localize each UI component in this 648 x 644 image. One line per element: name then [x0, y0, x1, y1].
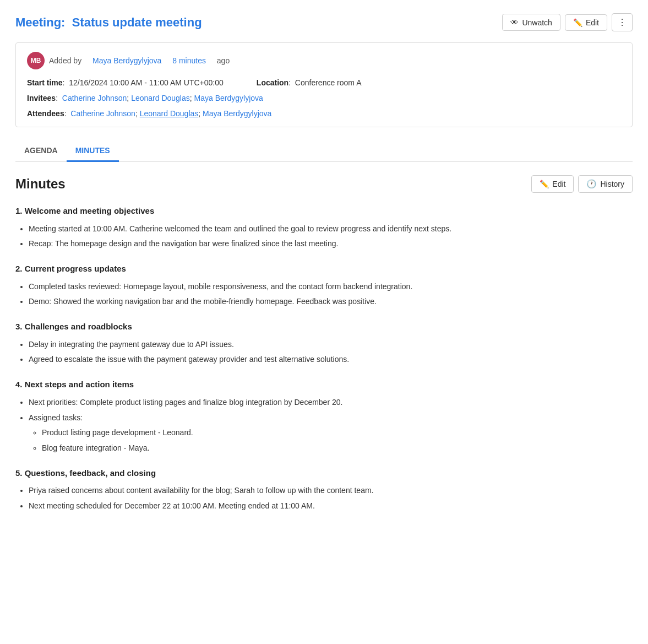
added-by-name[interactable]: Maya Berdygylyjova: [92, 56, 161, 65]
section-2-heading: 2. Current progress updates: [15, 262, 633, 276]
history-icon: 🕐: [586, 179, 597, 189]
history-label: History: [600, 180, 624, 188]
minutes-section-header: Minutes ✏️ Edit 🕐 History: [15, 175, 633, 193]
list-item: Completed tasks reviewed: Homepage layou…: [29, 280, 633, 294]
minutes-title: Minutes: [15, 176, 66, 192]
page-title-prefix: Meeting:: [15, 15, 65, 29]
start-time-row: Start time: 12/16/2024 10:00 AM - 11:00 …: [27, 78, 621, 87]
list-item: Recap: The homepage design and the navig…: [29, 237, 633, 251]
attendees-label: Attendees: [27, 109, 64, 118]
list-item: Demo: Showed the working navigation bar …: [29, 295, 633, 309]
attendee-2[interactable]: Leonard Douglas: [140, 109, 199, 118]
added-by-text: Added by: [49, 56, 81, 65]
invitee-1[interactable]: Catherine Johnson: [62, 94, 127, 102]
section-4-list: Next priorities: Complete product listin…: [29, 396, 633, 455]
section-5-heading: 5. Questions, feedback, and closing: [15, 466, 633, 480]
start-time-value: 12/16/2024 10:00 AM - 11:00 AM UTC+00:00: [69, 78, 224, 87]
history-button[interactable]: 🕐 History: [578, 175, 633, 193]
added-suffix: ago: [217, 56, 230, 65]
attendee-3[interactable]: Maya Berdygylyjova: [203, 109, 271, 118]
page-header: Meeting: Status update meeting 👁 Unwatch…: [15, 13, 633, 31]
attendee-1[interactable]: Catherine Johnson: [70, 109, 135, 118]
list-item: Delay in integrating the payment gateway…: [29, 338, 633, 351]
list-item: Next priorities: Complete product listin…: [29, 396, 633, 409]
edit-label-header: Edit: [586, 18, 599, 27]
section-1-heading: 1. Welcome and meeting objectives: [15, 204, 633, 218]
location-field: Location: Conference room A: [257, 78, 362, 87]
page-title-meeting: Status update meeting: [72, 15, 202, 29]
section-4-sublist: Product listing page development - Leona…: [42, 426, 633, 455]
attendees-field: Attendees: Catherine Johnson; Leonard Do…: [27, 109, 621, 118]
location-label: Location: [257, 78, 288, 87]
tabs: AGENDA MINUTES: [15, 140, 633, 162]
invitee-2[interactable]: Leonard Douglas: [131, 94, 190, 102]
invitees-label: Invitees: [27, 94, 56, 102]
more-icon: ⋮: [618, 17, 627, 28]
pencil-icon-minutes: ✏️: [540, 180, 549, 188]
location-value: Conference room A: [295, 78, 362, 87]
minutes-content: 1. Welcome and meeting objectives Meetin…: [15, 204, 633, 513]
start-time-field: Start time: 12/16/2024 10:00 AM - 11:00 …: [27, 78, 224, 87]
section-4-heading: 4. Next steps and action items: [15, 377, 633, 392]
list-item: Priya raised concerns about content avai…: [29, 484, 633, 497]
info-card: MB Added by Maya Berdygylyjova 8 minutes…: [15, 42, 633, 127]
added-time: 8 minutes: [172, 56, 206, 65]
section-5-list: Priya raised concerns about content avai…: [29, 484, 633, 513]
section-2-list: Completed tasks reviewed: Homepage layou…: [29, 280, 633, 309]
eye-icon: 👁: [510, 18, 519, 27]
edit-button-header[interactable]: ✏️ Edit: [565, 14, 607, 31]
list-item: Agreed to escalate the issue with the pa…: [29, 353, 633, 366]
edit-button-minutes[interactable]: ✏️ Edit: [531, 175, 574, 193]
list-item: Product listing page development - Leona…: [42, 426, 633, 440]
section-3-list: Delay in integrating the payment gateway…: [29, 338, 633, 367]
section-1-list: Meeting started at 10:00 AM. Catherine w…: [29, 223, 633, 251]
tab-minutes[interactable]: MINUTES: [67, 140, 119, 162]
avatar: MB: [27, 52, 45, 69]
invitees-field: Invitees: Catherine Johnson; Leonard Dou…: [27, 94, 621, 102]
start-time-label: Start time: [27, 78, 63, 87]
tab-agenda[interactable]: AGENDA: [15, 140, 67, 162]
header-actions: 👁 Unwatch ✏️ Edit ⋮: [502, 13, 633, 31]
list-item: Assigned tasks: Product listing page dev…: [29, 412, 633, 455]
invitee-3[interactable]: Maya Berdygylyjova: [194, 94, 263, 102]
added-by-row: MB Added by Maya Berdygylyjova 8 minutes…: [27, 52, 621, 69]
edit-label-minutes: Edit: [552, 180, 565, 188]
unwatch-button[interactable]: 👁 Unwatch: [502, 14, 560, 31]
list-item: Next meeting scheduled for December 22 a…: [29, 500, 633, 513]
page-title: Meeting: Status update meeting: [15, 15, 202, 30]
list-item: Blog feature integration - Maya.: [42, 442, 633, 455]
more-menu-button[interactable]: ⋮: [612, 13, 633, 31]
minutes-actions: ✏️ Edit 🕐 History: [531, 175, 633, 193]
list-item: Meeting started at 10:00 AM. Catherine w…: [29, 223, 633, 236]
unwatch-label: Unwatch: [522, 18, 552, 27]
pencil-icon-header: ✏️: [573, 18, 582, 27]
section-3-heading: 3. Challenges and roadblocks: [15, 320, 633, 334]
invitees-row: Invitees: Catherine Johnson; Leonard Dou…: [27, 94, 621, 118]
